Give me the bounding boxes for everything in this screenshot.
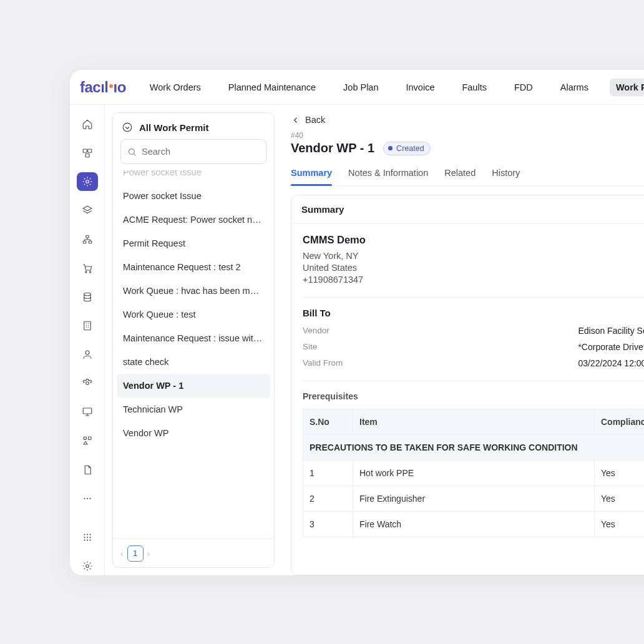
prereq-table: S.No Item Compliance PRECAUTIONS TO BE T… bbox=[303, 409, 644, 537]
status-text: Created bbox=[396, 144, 424, 153]
layers-icon[interactable] bbox=[77, 201, 98, 220]
list-item[interactable]: Work Queue : test bbox=[117, 303, 270, 326]
svg-rect-13 bbox=[83, 408, 92, 414]
gear-badge-icon[interactable] bbox=[77, 172, 98, 191]
brand-logo: facılıo bbox=[80, 79, 126, 96]
list-item[interactable]: Work Queue : hvac has been malfu… bbox=[117, 279, 270, 303]
svg-point-11 bbox=[85, 351, 89, 354]
org-icon[interactable] bbox=[77, 230, 98, 249]
more-icon[interactable] bbox=[77, 489, 98, 508]
col-sno: S.No bbox=[303, 409, 353, 435]
list-item[interactable]: Permit Request bbox=[117, 232, 270, 255]
list-item[interactable]: Vendor WP bbox=[117, 421, 270, 445]
svg-point-24 bbox=[89, 537, 90, 538]
kv-label: Valid From bbox=[303, 358, 565, 368]
home-icon[interactable] bbox=[77, 115, 98, 134]
nav-work-orders[interactable]: Work Orders bbox=[144, 79, 207, 96]
svg-point-8 bbox=[89, 271, 90, 273]
svg-point-27 bbox=[89, 539, 90, 540]
app-shell: facılıo Work Orders Planned Maintenance … bbox=[70, 70, 644, 575]
cell-item: Fire Extinguisher bbox=[353, 486, 595, 512]
svg-point-18 bbox=[89, 498, 90, 499]
body: All Work Permit Power socket Issue Power… bbox=[70, 105, 644, 575]
svg-point-28 bbox=[85, 565, 89, 568]
cell-sno: 1 bbox=[303, 461, 353, 486]
list-item[interactable]: Maintenance Request : issue with e… bbox=[117, 326, 270, 350]
svg-point-25 bbox=[84, 539, 85, 540]
arrow-left-icon bbox=[291, 115, 300, 125]
svg-point-20 bbox=[86, 534, 87, 535]
table-row: 1 Hot work PPE Yes bbox=[303, 461, 645, 486]
svg-point-26 bbox=[86, 539, 87, 540]
svg-rect-6 bbox=[89, 241, 92, 243]
org-name: CMMS Demo bbox=[303, 234, 644, 246]
search-input[interactable] bbox=[142, 147, 260, 157]
tab-notes[interactable]: Notes & Information bbox=[348, 164, 428, 185]
detail-panel: Back #40 Vendor WP - 1 Created Summary N… bbox=[282, 105, 644, 575]
nav-job-plan[interactable]: Job Plan bbox=[337, 79, 384, 96]
boxes-icon[interactable] bbox=[77, 144, 98, 162]
card-title: Summary bbox=[291, 195, 644, 224]
svg-rect-4 bbox=[85, 235, 89, 238]
db-icon[interactable] bbox=[77, 288, 98, 306]
title-row: Vendor WP - 1 Created bbox=[291, 141, 644, 155]
list-scroll: Power socket Issue Power socket Issue AC… bbox=[113, 170, 274, 539]
cart-icon[interactable] bbox=[77, 259, 98, 278]
nav-invoice[interactable]: Invoice bbox=[400, 79, 441, 96]
category-icon[interactable] bbox=[77, 431, 98, 450]
cog-icon[interactable] bbox=[77, 374, 98, 393]
page-number[interactable]: 1 bbox=[127, 545, 144, 562]
list-item[interactable]: Technician WP bbox=[117, 398, 270, 421]
apps-grid-icon[interactable] bbox=[77, 528, 98, 547]
nav-faults[interactable]: Faults bbox=[456, 79, 493, 96]
org-city: New York, NY bbox=[303, 251, 644, 261]
list-item[interactable]: Power socket Issue bbox=[117, 184, 270, 208]
prev-page-icon[interactable]: ‹ bbox=[120, 549, 124, 559]
list-item[interactable]: ACME Request: Power socket not … bbox=[117, 208, 270, 232]
svg-rect-15 bbox=[88, 437, 91, 440]
list-item[interactable]: Vendor WP - 1 bbox=[117, 374, 270, 398]
cell-comp: Yes bbox=[595, 486, 645, 512]
cell-comp: Yes bbox=[595, 512, 645, 537]
icon-rail bbox=[70, 105, 105, 575]
list-item[interactable]: state check bbox=[117, 350, 270, 374]
summary-card: Summary CMMS Demo New York, NY United St… bbox=[291, 195, 644, 575]
billto-grid: Vendor Edison Facility Services Con Site… bbox=[303, 326, 644, 368]
next-page-icon[interactable]: › bbox=[147, 549, 150, 559]
nav-planned-maintenance[interactable]: Planned Maintenance bbox=[222, 79, 322, 96]
divider bbox=[303, 381, 644, 381]
list-header[interactable]: All Work Permit bbox=[113, 113, 274, 139]
building-icon[interactable] bbox=[77, 316, 98, 335]
tab-history[interactable]: History bbox=[492, 164, 520, 185]
nav-alarms[interactable]: Alarms bbox=[554, 79, 595, 96]
prereq-group: PRECAUTIONS TO BE TAKEN FOR SAFE WORKING… bbox=[303, 435, 645, 461]
kv-label: Vendor bbox=[303, 326, 565, 336]
back-button[interactable]: Back bbox=[291, 112, 644, 129]
nav-fdd[interactable]: FDD bbox=[508, 79, 539, 96]
table-row: 2 Fire Extinguisher Yes bbox=[303, 486, 645, 512]
cell-item: Hot work PPE bbox=[353, 461, 595, 486]
svg-point-30 bbox=[129, 149, 135, 154]
record-title: Vendor WP - 1 bbox=[291, 141, 374, 155]
org-country: United States bbox=[303, 263, 644, 273]
back-label: Back bbox=[305, 115, 325, 125]
card-body: CMMS Demo New York, NY United States +11… bbox=[291, 224, 644, 547]
nav-work-permit[interactable]: Work Permit bbox=[610, 79, 644, 96]
monitor-icon[interactable] bbox=[77, 402, 98, 421]
search-icon bbox=[127, 147, 137, 157]
file-icon[interactable] bbox=[77, 461, 98, 479]
chevron-circle-icon bbox=[122, 122, 133, 133]
tab-summary[interactable]: Summary bbox=[291, 164, 332, 185]
list-item[interactable]: Power socket Issue bbox=[117, 170, 270, 184]
svg-rect-0 bbox=[83, 149, 87, 152]
org-phone: +11908671347 bbox=[303, 275, 644, 285]
search-box[interactable] bbox=[120, 139, 266, 164]
tab-related[interactable]: Related bbox=[444, 164, 476, 185]
svg-point-29 bbox=[123, 123, 132, 132]
svg-rect-2 bbox=[85, 154, 89, 157]
list-item[interactable]: Maintenance Request : test 2 bbox=[117, 255, 270, 279]
settings-icon[interactable] bbox=[77, 557, 98, 575]
user-icon[interactable] bbox=[77, 345, 98, 364]
kv-value: *Corporate Drive* bbox=[578, 342, 644, 352]
svg-point-14 bbox=[84, 437, 87, 440]
